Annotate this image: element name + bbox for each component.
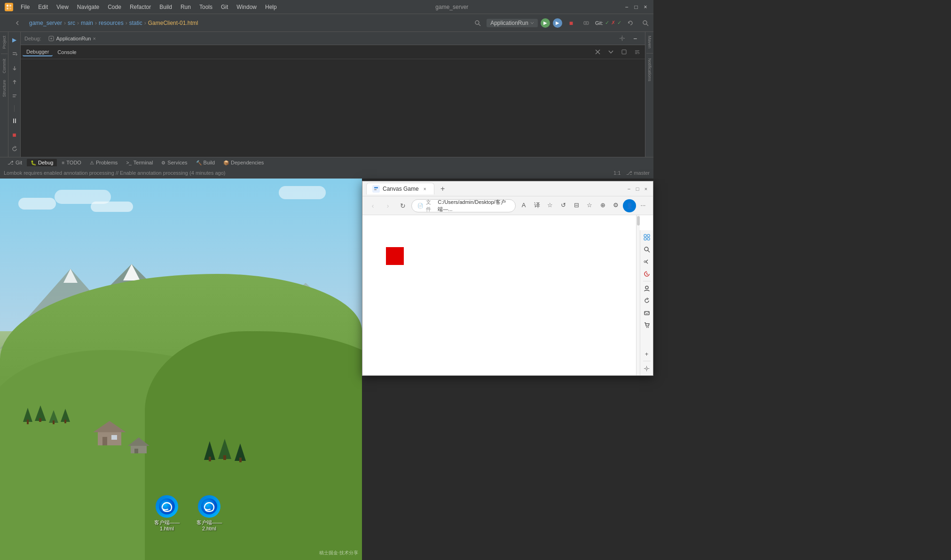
breadcrumb-resources[interactable]: resources xyxy=(99,20,124,26)
debug-minimize-btn[interactable]: − xyxy=(629,32,641,45)
search-everywhere-btn[interactable] xyxy=(472,17,484,29)
menu-view[interactable]: View xyxy=(53,3,72,11)
back-navigation-btn[interactable]: ‹ xyxy=(366,199,379,212)
dependencies-tab[interactable]: 📦 Dependencies xyxy=(220,159,267,166)
close-button[interactable]: × xyxy=(642,4,649,10)
debugger-tab[interactable]: Debugger xyxy=(23,48,53,56)
menu-file[interactable]: File xyxy=(17,3,33,11)
problems-tab[interactable]: ⚠ Problems xyxy=(86,159,121,166)
debug-bottom-tab[interactable]: 🐛 Debug xyxy=(27,159,57,166)
build-tab[interactable]: 🔨 Build xyxy=(192,159,219,166)
maven-panel-label[interactable]: Maven xyxy=(647,34,652,50)
desktop-icon-client1[interactable]: 客户端——1.html xyxy=(150,495,183,532)
browser-sidebar-cart-btn[interactable] xyxy=(642,320,652,330)
browser-sidebar-history-btn[interactable] xyxy=(642,269,652,279)
annotation-message: Lombok requires enabled annotation proce… xyxy=(4,170,225,176)
menu-help[interactable]: Help xyxy=(261,3,281,11)
browser-tab-close-btn[interactable]: × xyxy=(422,186,428,192)
cloud-1 xyxy=(18,198,56,210)
web-capture-btn[interactable]: ⊕ xyxy=(597,199,609,211)
browser-scrollbar-thumb[interactable] xyxy=(637,216,640,226)
browser-sidebar-search-btn[interactable] xyxy=(642,244,652,255)
browser-sidebar-share-btn[interactable] xyxy=(642,257,652,267)
cursor-position: 1:1 xyxy=(613,170,621,176)
desktop-icon-client2[interactable]: 客户端——2.html xyxy=(193,495,226,532)
browser-restore-btn[interactable]: □ xyxy=(634,186,641,192)
breadcrumb-main[interactable]: main xyxy=(81,20,93,26)
profile-avatar[interactable]: 👤 xyxy=(623,199,636,212)
debug-session-tab[interactable]: ApplicationRun × xyxy=(45,35,99,42)
menu-tools[interactable]: Tools xyxy=(196,3,216,11)
reader-mode-btn[interactable]: A xyxy=(518,199,530,211)
breadcrumb-file[interactable]: GameClient-01.html xyxy=(148,20,198,26)
close-debug-tab[interactable]: × xyxy=(93,36,95,41)
terminal-tab[interactable]: >_ Terminal xyxy=(122,159,157,166)
browser-sidebar-email-btn[interactable] xyxy=(642,308,652,318)
refresh-indicator-btn[interactable]: ↺ xyxy=(557,199,569,211)
stop-button[interactable]: ■ xyxy=(565,17,577,29)
browser-sidebar-collections-btn[interactable] xyxy=(642,232,652,242)
menu-navigate[interactable]: Navigate xyxy=(73,3,103,11)
notifications-panel-label[interactable]: Notifications xyxy=(647,56,652,83)
git-tab[interactable]: ⎇ Git xyxy=(4,159,26,167)
forward-navigation-btn[interactable]: › xyxy=(381,199,394,212)
breadcrumb-src[interactable]: src xyxy=(68,20,75,26)
svg-marker-44 xyxy=(128,437,149,446)
clear-console-btn[interactable] xyxy=(591,46,604,58)
browser-sidebar-add-btn[interactable]: + xyxy=(642,349,652,359)
browser-close-btn[interactable]: × xyxy=(643,186,649,192)
menu-run[interactable]: Run xyxy=(177,3,195,11)
menu-git[interactable]: Git xyxy=(217,3,232,11)
new-tab-button[interactable]: + xyxy=(436,182,449,195)
run-configuration[interactable]: ApplicationRun xyxy=(487,19,538,27)
debug-settings-btn[interactable] xyxy=(616,32,628,45)
debug-step-out-btn[interactable] xyxy=(8,76,21,88)
browser-menu-btn[interactable]: ··· xyxy=(637,199,649,211)
menu-window[interactable]: Window xyxy=(233,3,260,11)
debug-stop-btn[interactable]: ■ xyxy=(8,129,21,141)
debug-resume-btn[interactable]: ▶ xyxy=(8,34,21,46)
coverage-button[interactable] xyxy=(580,17,592,29)
structure-panel-label[interactable]: Structure xyxy=(2,78,7,99)
breadcrumb-static[interactable]: static xyxy=(129,20,142,26)
debug-step-over-btn[interactable] xyxy=(8,48,21,60)
address-bar[interactable]: 📄 文件 C:/Users/admin/Desktop/客户端—... xyxy=(411,199,516,212)
project-panel-label[interactable]: Project xyxy=(2,34,7,51)
refresh-btn[interactable]: ↻ xyxy=(396,199,409,212)
scroll-down-btn[interactable] xyxy=(605,46,617,58)
menu-build[interactable]: Build xyxy=(156,3,176,11)
services-tab[interactable]: ⚙ Services xyxy=(157,159,191,166)
desktop-icons: 客户端——1.html xyxy=(150,495,226,532)
debug-run-button[interactable]: ▶ xyxy=(553,18,562,28)
browser-sidebar-profile-btn[interactable] xyxy=(642,283,652,294)
menu-edit[interactable]: Edit xyxy=(34,3,52,11)
debug-pause-btn[interactable]: ⏸ xyxy=(8,115,21,127)
translate-btn[interactable]: 译 xyxy=(531,199,543,211)
browser-sidebar-sync-btn[interactable] xyxy=(642,296,652,306)
search-button[interactable] xyxy=(639,17,652,29)
wrap-btn[interactable] xyxy=(631,46,643,58)
run-button[interactable]: ▶ xyxy=(541,18,550,28)
minimize-button[interactable]: − xyxy=(623,4,630,10)
debug-step-into-btn[interactable] xyxy=(8,62,21,74)
back-btn[interactable] xyxy=(11,17,24,29)
add-favorites-btn[interactable]: ☆ xyxy=(583,199,596,211)
browser-content-area: + xyxy=(362,215,653,375)
todo-tab[interactable]: ≡ TODO xyxy=(58,159,85,166)
debug-run-to-cursor-btn[interactable] xyxy=(8,90,21,102)
console-tab[interactable]: Console xyxy=(54,48,80,56)
menu-refactor[interactable]: Refactor xyxy=(126,3,155,11)
revert-button[interactable] xyxy=(624,17,637,29)
browser-tools-btn[interactable]: ⚙ xyxy=(610,199,622,211)
browser-minimize-btn[interactable]: − xyxy=(626,186,632,192)
breadcrumb-project[interactable]: game_server xyxy=(29,20,62,26)
fold-btn[interactable] xyxy=(618,46,630,58)
debug-restart-btn[interactable] xyxy=(8,143,21,155)
browser-tab[interactable]: Canvas Game × xyxy=(366,183,434,194)
favorites-btn[interactable]: ☆ xyxy=(544,199,556,211)
browser-sidebar-settings-btn[interactable] xyxy=(642,363,652,373)
menu-code[interactable]: Code xyxy=(104,3,125,11)
commit-panel-label[interactable]: Commit xyxy=(2,57,7,75)
split-view-btn[interactable]: ⊟ xyxy=(570,199,582,211)
maximize-button[interactable]: □ xyxy=(633,4,639,10)
